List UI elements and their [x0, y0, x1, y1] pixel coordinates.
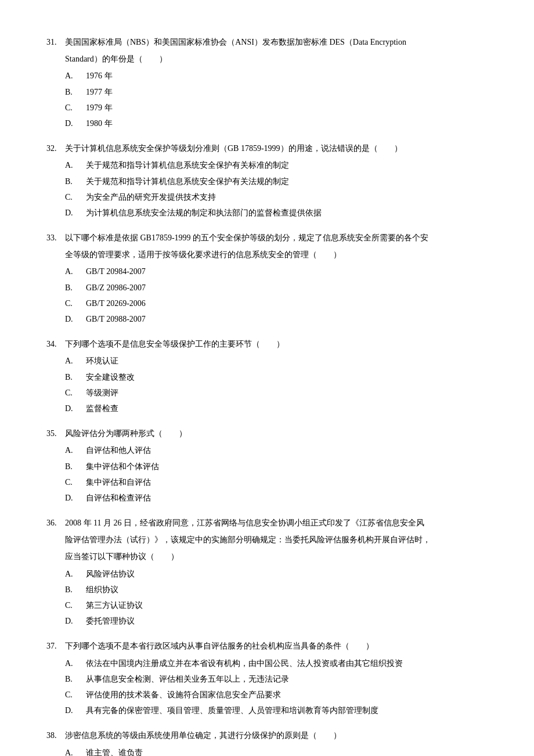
q32-option-a-letter: A.: [65, 158, 86, 172]
q37-option-b-text: 从事信息安全检测、评估相关业务五年以上，无违法记录: [86, 672, 488, 686]
q36-option-b-text: 组织协议: [86, 582, 488, 597]
q32-option-b-text: 关于规范和指导计算机信息系统安全保护有关法规的制定: [86, 174, 488, 189]
q36-number: 36.: [46, 516, 65, 530]
q34-option-c-text: 等级测评: [86, 386, 488, 400]
q33-option-a-text: GB/T 20984-2007: [86, 264, 488, 279]
q38-number: 38.: [46, 728, 65, 743]
q32-option-a-text: 关于规范和指导计算机信息系统安全保护有关标准的制定: [86, 158, 488, 172]
q31-option-a-text: 1976 年: [86, 69, 488, 83]
question-32: 32. 关于计算机信息系统安全保护等级划分准则（GB 17859-1999）的用…: [46, 141, 488, 220]
q35-option-d-text: 自评估和检查评估: [86, 491, 488, 505]
q33-option-a-letter: A.: [65, 264, 86, 279]
q31-options: A. 1976 年 B. 1977 年 C. 1979 年 D. 1980 年: [65, 69, 488, 131]
q37-option-d: D. 具有完备的保密管理、项目管理、质量管理、人员管理和培训教育等内部管理制度: [65, 703, 488, 718]
q35-option-a: A. 自评估和他人评估: [65, 443, 488, 458]
q35-option-c-letter: C.: [65, 475, 86, 489]
q34-option-d: D. 监督检查: [65, 401, 488, 416]
q31-number: 31.: [46, 35, 65, 49]
q32-number: 32.: [46, 141, 65, 156]
q35-option-a-text: 自评估和他人评估: [86, 443, 488, 458]
q34-option-b-letter: B.: [65, 370, 86, 384]
q36-option-c: C. 第三方认证协议: [65, 598, 488, 613]
q34-option-a-letter: A.: [65, 354, 86, 368]
q35-option-c-text: 集中评估和自评估: [86, 475, 488, 489]
q33-option-d: D. GB/T 20988-2007: [65, 312, 488, 326]
q32-option-d-letter: D.: [65, 206, 86, 220]
q32-body: 关于计算机信息系统安全保护等级划分准则（GB 17859-1999）的用途，说法…: [65, 141, 488, 156]
q37-body: 下列哪个选项不是本省行政区域内从事自评估服务的社会机构应当具备的条件（ ）: [65, 639, 488, 653]
q32-options: A. 关于规范和指导计算机信息系统安全保护有关标准的制定 B. 关于规范和指导计…: [65, 158, 488, 220]
q36-option-d-letter: D.: [65, 614, 86, 628]
q31-continuation: Standard）的年份是（ ）: [65, 52, 488, 66]
question-33: 33. 以下哪个标准是依据 GB17859-1999 的五个安全保护等级的划分，…: [46, 231, 488, 326]
question-31: 31. 美国国家标准局（NBS）和美国国家标准协会（ANSI）发布数据加密标准 …: [46, 35, 488, 131]
q31-option-a: A. 1976 年: [65, 69, 488, 83]
q35-option-b-text: 集中评估和个体评估: [86, 459, 488, 474]
exam-content: 31. 美国国家标准局（NBS）和美国国家标准协会（ANSI）发布数据加密标准 …: [46, 35, 488, 756]
q37-options: A. 依法在中国境内注册成立并在本省设有机构，由中国公民、法人投资或者由其它组织…: [65, 656, 488, 718]
q31-option-a-letter: A.: [65, 69, 86, 83]
q32-option-d: D. 为计算机信息系统安全法规的制定和执法部门的监督检查提供依据: [65, 206, 488, 220]
q36-option-d: D. 委托管理协议: [65, 614, 488, 628]
q35-option-d-letter: D.: [65, 491, 86, 505]
q32-option-b-letter: B.: [65, 174, 86, 189]
q38-options: A. 谁主管、谁负责: [65, 746, 488, 757]
q36-option-c-text: 第三方认证协议: [86, 598, 488, 613]
q36-option-a-text: 风险评估协议: [86, 567, 488, 581]
q36-option-a-letter: A.: [65, 567, 86, 581]
q35-option-b: B. 集中评估和个体评估: [65, 459, 488, 474]
q35-option-d: D. 自评估和检查评估: [65, 491, 488, 505]
q33-option-c-text: GB/T 20269-2006: [86, 296, 488, 311]
q37-option-c: C. 评估使用的技术装备、设施符合国家信息安全产品要求: [65, 687, 488, 702]
q37-option-a-text: 依法在中国境内注册成立并在本省设有机构，由中国公民、法人投资或者由其它组织投资: [86, 656, 488, 671]
q33-option-a: A. GB/T 20984-2007: [65, 264, 488, 279]
q31-option-b-text: 1977 年: [86, 85, 488, 99]
q36-continuation2: 应当签订以下哪种协议（ ）: [65, 549, 488, 564]
question-34: 34. 下列哪个选项不是信息安全等级保护工作的主要环节（ ） A. 环境认证 B…: [46, 337, 488, 416]
q33-option-c-letter: C.: [65, 296, 86, 311]
q38-option-a: A. 谁主管、谁负责: [65, 746, 488, 757]
q33-continuation: 全等级的管理要求，适用于按等级化要求进行的信息系统安全的管理（ ）: [65, 247, 488, 262]
q36-option-b: B. 组织协议: [65, 582, 488, 597]
q35-number: 35.: [46, 426, 65, 441]
q34-option-b: B. 安全建设整改: [65, 370, 488, 384]
q34-body: 下列哪个选项不是信息安全等级保护工作的主要环节（ ）: [65, 337, 488, 351]
q37-number: 37.: [46, 639, 65, 653]
q34-number: 34.: [46, 337, 65, 351]
q35-option-b-letter: B.: [65, 459, 86, 474]
q37-option-c-text: 评估使用的技术装备、设施符合国家信息安全产品要求: [86, 687, 488, 702]
q37-option-c-letter: C.: [65, 687, 86, 702]
q34-option-c-letter: C.: [65, 386, 86, 400]
question-38: 38. 涉密信息系统的等级由系统使用单位确定，其进行分级保护的原则是（ ） A.…: [46, 728, 488, 756]
q34-option-d-text: 监督检查: [86, 401, 488, 416]
q32-option-c-letter: C.: [65, 190, 86, 204]
q32-option-d-text: 为计算机信息系统安全法规的制定和执法部门的监督检查提供依据: [86, 206, 488, 220]
q34-options: A. 环境认证 B. 安全建设整改 C. 等级测评 D. 监督检查: [65, 354, 488, 416]
q34-option-a-text: 环境认证: [86, 354, 488, 368]
q36-option-a: A. 风险评估协议: [65, 567, 488, 581]
q34-option-a: A. 环境认证: [65, 354, 488, 368]
q35-options: A. 自评估和他人评估 B. 集中评估和个体评估 C. 集中评估和自评估 D. …: [65, 443, 488, 505]
q31-option-c-text: 1979 年: [86, 100, 488, 115]
q31-body: 美国国家标准局（NBS）和美国国家标准协会（ANSI）发布数据加密标准 DES（…: [65, 35, 488, 49]
q33-option-b-text: GB/Z 20986-2007: [86, 280, 488, 295]
q36-options: A. 风险评估协议 B. 组织协议 C. 第三方认证协议 D. 委托管理协议: [65, 567, 488, 629]
q36-option-c-letter: C.: [65, 598, 86, 613]
q35-body: 风险评估分为哪两种形式（ ）: [65, 426, 488, 441]
q37-option-b-letter: B.: [65, 672, 86, 686]
q33-option-b-letter: B.: [65, 280, 86, 295]
q33-number: 33.: [46, 231, 65, 245]
q33-body: 以下哪个标准是依据 GB17859-1999 的五个安全保护等级的划分，规定了信…: [65, 231, 488, 245]
q34-option-b-text: 安全建设整改: [86, 370, 488, 384]
q34-option-c: C. 等级测评: [65, 386, 488, 400]
q33-options: A. GB/T 20984-2007 B. GB/Z 20986-2007 C.…: [65, 264, 488, 326]
q33-option-d-text: GB/T 20988-2007: [86, 312, 488, 326]
question-35: 35. 风险评估分为哪两种形式（ ） A. 自评估和他人评估 B. 集中评估和个…: [46, 426, 488, 505]
q35-option-c: C. 集中评估和自评估: [65, 475, 488, 489]
q31-option-b: B. 1977 年: [65, 85, 488, 99]
q31-option-d-letter: D.: [65, 116, 86, 131]
q31-option-b-letter: B.: [65, 85, 86, 99]
q37-option-a: A. 依法在中国境内注册成立并在本省设有机构，由中国公民、法人投资或者由其它组织…: [65, 656, 488, 671]
q38-body: 涉密信息系统的等级由系统使用单位确定，其进行分级保护的原则是（ ）: [65, 728, 488, 743]
q37-option-b: B. 从事信息安全检测、评估相关业务五年以上，无违法记录: [65, 672, 488, 686]
